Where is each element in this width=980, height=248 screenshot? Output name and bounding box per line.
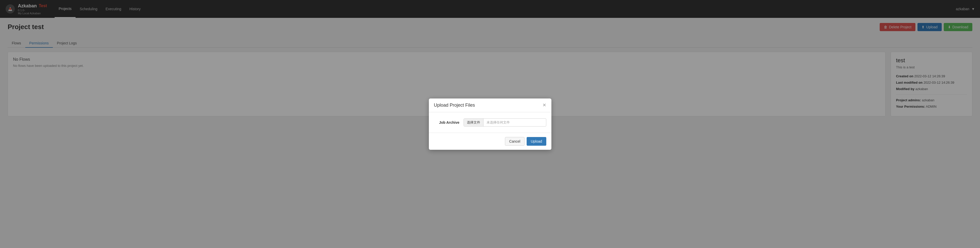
modal-header: Upload Project Files ✕ — [429, 99, 551, 112]
file-name-display: 未选择任何文件 — [484, 119, 546, 122]
file-choose-button[interactable]: 选择文件 — [464, 119, 484, 122]
job-archive-label: Job Archive — [434, 121, 460, 122]
modal-body: Job Archive 选择文件 未选择任何文件 — [429, 112, 551, 122]
modal-close-button[interactable]: ✕ — [542, 103, 546, 107]
modal-overlay[interactable]: Upload Project Files ✕ Job Archive 选择文件 … — [0, 0, 980, 121]
file-input-wrapper: 选择文件 未选择任何文件 — [464, 118, 546, 122]
upload-modal: Upload Project Files ✕ Job Archive 选择文件 … — [429, 99, 551, 122]
modal-title: Upload Project Files — [434, 103, 475, 108]
job-archive-form-group: Job Archive 选择文件 未选择任何文件 — [434, 118, 546, 122]
